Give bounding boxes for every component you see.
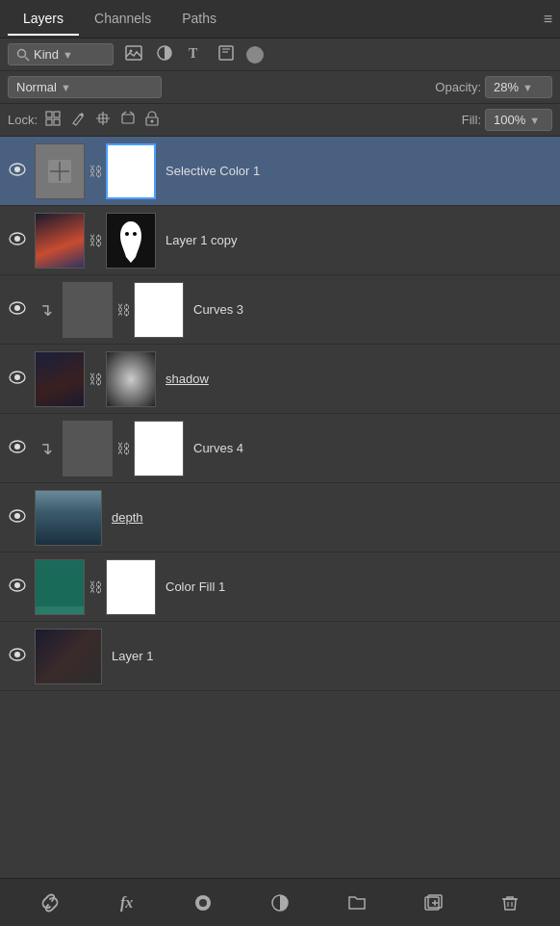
filter-text-icon[interactable]: T [185, 44, 206, 65]
svg-point-17 [151, 120, 154, 123]
layer-name: Curves 4 [190, 441, 554, 455]
add-adjustment-icon[interactable] [265, 893, 295, 913]
visibility-toggle[interactable] [6, 509, 29, 527]
filter-shape-icon[interactable] [216, 44, 237, 65]
fill-value: 100% [494, 113, 525, 127]
layer-thumb [63, 421, 113, 476]
svg-point-32 [14, 444, 20, 450]
filter-adjustment-icon[interactable] [154, 44, 175, 65]
group-layers-icon[interactable] [342, 893, 372, 913]
svg-point-36 [14, 582, 20, 588]
fill-chevron: ▼ [529, 115, 540, 126]
visibility-toggle[interactable] [6, 163, 29, 180]
lock-label: Lock: [8, 113, 38, 127]
svg-point-0 [18, 49, 26, 57]
layer-name: depth [108, 510, 554, 525]
lock-brush-icon[interactable] [70, 111, 86, 129]
layer-thumbnails: ⛓ [35, 559, 156, 615]
layer-mask-thumb [134, 282, 184, 338]
opacity-input[interactable]: 28% ▼ [485, 76, 552, 98]
layer-row[interactable]: ⛓ Selective Color 1 [0, 137, 560, 206]
svg-point-24 [14, 236, 20, 242]
svg-rect-6 [219, 46, 233, 60]
layer-row[interactable]: ⛓ Layer 1 copy [0, 206, 560, 275]
layer-row[interactable]: depth [0, 483, 560, 553]
lock-all-icon[interactable] [145, 111, 159, 129]
layer-name: Selective Color 1 [162, 164, 554, 178]
layer-row[interactable]: Layer 1 [0, 622, 560, 691]
layers-list: ⛓ Selective Color 1 ⛓ [0, 137, 560, 878]
visibility-toggle[interactable] [6, 579, 29, 596]
visibility-toggle[interactable] [6, 232, 29, 249]
layer-thumbnails: ⛓ [63, 421, 184, 476]
layer-thumb [35, 629, 102, 684]
svg-point-28 [14, 305, 20, 311]
kind-chevron: ▼ [63, 49, 73, 61]
visibility-toggle[interactable] [6, 301, 29, 319]
panel-menu-icon[interactable]: ≡ [544, 11, 552, 28]
svg-rect-2 [126, 46, 141, 60]
chain-icon: ⛓ [89, 233, 102, 248]
tab-paths[interactable]: Paths [166, 3, 232, 36]
blend-mode-dropdown[interactable]: Normal ▼ [8, 76, 162, 98]
filter-bar: Kind ▼ T [0, 39, 560, 71]
svg-text:T: T [189, 46, 198, 61]
layer-thumbnails [35, 629, 102, 684]
opacity-chevron: ▼ [522, 82, 533, 93]
svg-line-1 [25, 57, 29, 61]
lock-position-icon[interactable] [95, 111, 111, 129]
blend-mode-chevron: ▼ [61, 82, 71, 93]
tab-channels[interactable]: Channels [79, 3, 166, 36]
chain-icon: ⛓ [89, 579, 102, 595]
layer-thumb [35, 351, 85, 407]
layer-thumb [63, 282, 113, 338]
layer-name: shadow [162, 372, 554, 386]
fx-button[interactable]: fx [112, 894, 142, 912]
visibility-toggle[interactable] [6, 371, 29, 388]
chain-icon: ⛓ [89, 372, 102, 387]
tab-bar: Layers Channels Paths ≡ [0, 0, 560, 39]
visibility-toggle[interactable] [6, 440, 29, 457]
kind-label: Kind [34, 47, 59, 62]
layers-panel: Layers Channels Paths ≡ Kind ▼ [0, 0, 560, 926]
delete-layer-icon[interactable] [495, 893, 525, 913]
layer-row[interactable]: ↴ ⛓ Curves 4 [0, 414, 560, 483]
layer-name: Curves 3 [190, 302, 554, 317]
layer-mask-thumb [106, 143, 156, 199]
filter-icons: T [123, 44, 267, 65]
layer-thumbnails: ⛓ [63, 282, 184, 338]
layer-row[interactable]: ⛓ shadow [0, 345, 560, 414]
fill-label: Fill: [462, 113, 481, 127]
new-layer-icon[interactable] [418, 893, 448, 913]
lock-pixels-icon[interactable] [45, 111, 61, 129]
tab-layers[interactable]: Layers [8, 3, 79, 36]
layer-mask-thumb [106, 213, 156, 269]
visibility-toggle[interactable] [6, 648, 29, 665]
layer-mask-thumb [106, 559, 156, 615]
add-mask-icon[interactable] [188, 893, 218, 913]
svg-rect-12 [54, 119, 60, 125]
filter-smartobject-icon[interactable] [246, 46, 267, 64]
layer-thumb [35, 213, 85, 269]
blend-mode-bar: Normal ▼ Opacity: 28% ▼ [0, 71, 560, 104]
svg-point-25 [125, 232, 129, 236]
layer-thumbnails: ⛓ [35, 213, 156, 269]
lock-artboard-icon[interactable] [120, 111, 136, 129]
layer-thumbnails: ⛓ [35, 351, 156, 407]
lock-icons [45, 111, 159, 129]
layer-row[interactable]: ⛓ Color Fill 1 [0, 553, 560, 622]
layer-row[interactable]: ↴ ⛓ Curves 3 [0, 275, 560, 345]
svg-rect-13 [122, 115, 134, 123]
svg-rect-10 [54, 112, 60, 117]
opacity-value: 28% [494, 80, 519, 94]
fill-input[interactable]: 100% ▼ [485, 109, 552, 131]
chain-icon: ⛓ [89, 164, 102, 179]
filter-image-icon[interactable] [123, 44, 144, 65]
layer-thumbnails [35, 490, 102, 546]
svg-point-30 [14, 374, 20, 380]
kind-dropdown[interactable]: Kind ▼ [8, 43, 114, 65]
link-icon[interactable] [35, 893, 65, 913]
layer-name: Layer 1 [108, 649, 554, 663]
opacity-label: Opacity: [435, 80, 481, 94]
layer-thumb [35, 490, 102, 546]
